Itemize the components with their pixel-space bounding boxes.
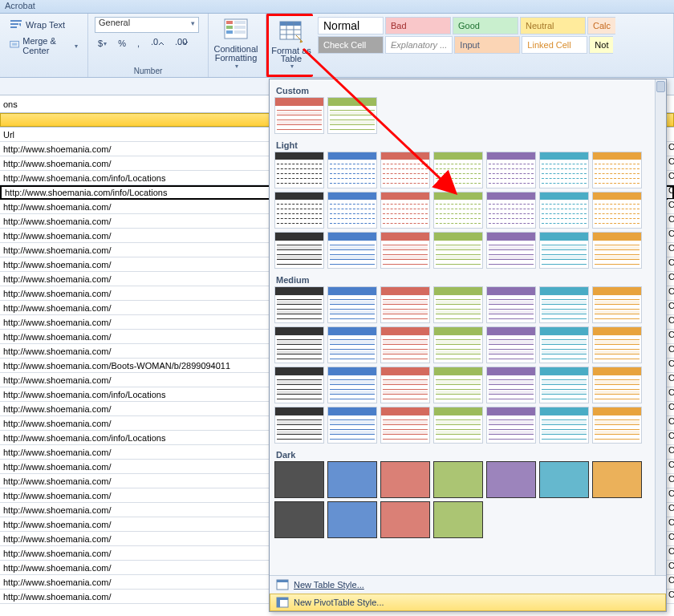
table-style-swatch[interactable] xyxy=(380,407,430,444)
table-style-swatch[interactable] xyxy=(592,192,642,229)
svg-rect-24 xyxy=(277,598,288,600)
table-style-swatch[interactable] xyxy=(274,97,324,134)
format-as-table-button[interactable]: Format as Table▾ xyxy=(270,18,313,71)
table-style-swatch[interactable] xyxy=(486,192,536,229)
table-style-swatch[interactable] xyxy=(486,367,536,403)
scrollbar-thumb[interactable] xyxy=(656,81,665,92)
table-style-swatch[interactable] xyxy=(380,286,430,323)
table-style-swatch[interactable] xyxy=(592,326,642,363)
table-style-swatch[interactable] xyxy=(486,152,536,188)
comma-button[interactable]: , xyxy=(134,36,143,51)
table-style-swatch[interactable] xyxy=(274,152,324,188)
table-style-swatch[interactable] xyxy=(380,232,430,269)
svg-rect-13 xyxy=(234,30,246,34)
table-style-swatch[interactable] xyxy=(539,326,589,363)
table-style-swatch[interactable] xyxy=(433,407,483,444)
cell-styles-gallery[interactable]: Normal Bad Good Neutral Calc Check Cell … xyxy=(316,15,645,55)
chevron-down-icon: ▾ xyxy=(290,63,294,70)
table-style-swatch[interactable] xyxy=(539,192,589,229)
merge-icon xyxy=(10,39,19,52)
table-style-swatch[interactable] xyxy=(327,326,377,363)
table-style-swatch[interactable] xyxy=(274,326,324,363)
table-style-swatch[interactable] xyxy=(433,461,483,498)
table-style-swatch[interactable] xyxy=(486,286,536,323)
style-explanatory[interactable]: Explanatory ... xyxy=(385,36,453,54)
table-style-swatch[interactable] xyxy=(592,461,642,498)
style-calculation[interactable]: Calc xyxy=(587,17,615,34)
currency-button[interactable]: $▾ xyxy=(95,36,110,51)
svg-rect-9 xyxy=(226,26,233,29)
table-style-swatch[interactable] xyxy=(327,192,377,229)
table-style-swatch[interactable] xyxy=(539,367,589,403)
table-style-swatch[interactable] xyxy=(539,152,589,188)
gallery-scrollbar[interactable] xyxy=(655,79,666,575)
new-pivottable-style-button[interactable]: New PivotTable Style... xyxy=(270,594,666,611)
style-check-cell[interactable]: Check Cell xyxy=(318,36,384,54)
style-normal[interactable]: Normal xyxy=(318,17,384,34)
style-input[interactable]: Input xyxy=(454,36,520,54)
table-style-swatch[interactable] xyxy=(380,192,430,229)
ribbon: Wrap Text Merge & Center▾ General $▾ % ,… xyxy=(0,14,674,78)
table-style-swatch[interactable] xyxy=(592,407,642,444)
table-style-swatch[interactable] xyxy=(433,326,483,363)
table-style-swatch[interactable] xyxy=(380,326,430,363)
table-style-swatch[interactable] xyxy=(592,152,642,188)
table-style-swatch[interactable] xyxy=(327,152,377,188)
table-style-swatch[interactable] xyxy=(486,232,536,269)
merge-center-button[interactable]: Merge & Center▾ xyxy=(6,34,81,57)
table-style-swatch[interactable] xyxy=(274,461,324,498)
title-bar: Acrobat xyxy=(0,0,674,14)
table-style-swatch[interactable] xyxy=(433,232,483,269)
table-style-swatch[interactable] xyxy=(433,286,483,323)
section-custom: Custom xyxy=(274,83,655,97)
column-g-peek: CCCCCCCCCCCCCCCCCCCCCCCCCCCCCCCC xyxy=(668,128,674,604)
table-style-swatch[interactable] xyxy=(539,286,589,323)
new-table-style-button[interactable]: New Table Style... xyxy=(270,576,666,594)
table-style-swatch[interactable] xyxy=(592,232,642,269)
table-style-swatch[interactable] xyxy=(327,97,377,134)
table-style-swatch[interactable] xyxy=(592,286,642,323)
percent-button[interactable]: % xyxy=(115,36,129,51)
table-style-swatch[interactable] xyxy=(380,461,430,498)
table-style-swatch[interactable] xyxy=(539,407,589,444)
decrease-decimal-button[interactable]: .00 xyxy=(172,36,191,51)
conditional-formatting-button[interactable]: Conditional Formatting▾ xyxy=(210,17,262,70)
style-bad[interactable]: Bad xyxy=(385,17,451,34)
table-style-swatch[interactable] xyxy=(274,501,324,538)
table-style-swatch[interactable] xyxy=(433,367,483,403)
table-style-swatch[interactable] xyxy=(433,501,483,538)
wrap-text-button[interactable]: Wrap Text xyxy=(6,17,68,33)
style-neutral[interactable]: Neutral xyxy=(520,17,586,34)
table-style-swatch[interactable] xyxy=(274,407,324,444)
table-style-swatch[interactable] xyxy=(327,407,377,444)
table-style-swatch[interactable] xyxy=(327,286,377,323)
style-linked-cell[interactable]: Linked Cell xyxy=(522,36,587,54)
table-style-swatch[interactable] xyxy=(486,407,536,444)
increase-decimal-button[interactable]: .0 xyxy=(148,36,167,51)
table-style-swatch[interactable] xyxy=(327,461,377,498)
table-style-swatch[interactable] xyxy=(433,192,483,229)
table-style-swatch[interactable] xyxy=(327,367,377,403)
svg-text:.0: .0 xyxy=(151,38,158,47)
table-style-swatch[interactable] xyxy=(380,367,430,403)
table-style-swatch[interactable] xyxy=(433,152,483,188)
table-style-swatch[interactable] xyxy=(327,501,377,538)
section-dark: Dark xyxy=(274,447,655,461)
table-style-swatch[interactable] xyxy=(274,367,324,403)
table-style-swatch[interactable] xyxy=(539,232,589,269)
table-style-swatch[interactable] xyxy=(274,232,324,269)
table-style-swatch[interactable] xyxy=(274,286,324,323)
table-style-swatch[interactable] xyxy=(592,367,642,403)
conditional-formatting-icon xyxy=(223,18,249,43)
table-style-swatch[interactable] xyxy=(539,461,589,498)
table-style-swatch[interactable] xyxy=(486,326,536,363)
number-format-select[interactable]: General xyxy=(95,17,199,33)
table-style-swatch[interactable] xyxy=(380,501,430,538)
table-style-swatch[interactable] xyxy=(380,152,430,188)
style-note[interactable]: Not xyxy=(589,36,613,54)
style-good[interactable]: Good xyxy=(453,17,518,34)
svg-rect-2 xyxy=(10,26,17,28)
table-style-swatch[interactable] xyxy=(274,192,324,229)
table-style-swatch[interactable] xyxy=(486,461,536,498)
table-style-swatch[interactable] xyxy=(327,232,377,269)
